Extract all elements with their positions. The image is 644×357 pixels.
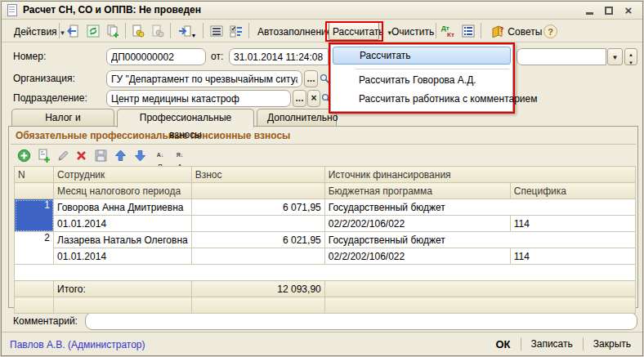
cell-row2-contribution[interactable]: 6 021,95	[191, 232, 324, 248]
comment-input[interactable]	[85, 312, 637, 330]
spinner-up-icon[interactable]: ▲	[625, 49, 637, 59]
sort-descending-button[interactable]: Я↓А	[172, 148, 187, 163]
cell-row1-contribution-sub[interactable]	[191, 216, 324, 232]
document-window: Расчет СН, СО и ОППВ: Не проведен × Дейс…	[1, 1, 643, 356]
end-edit-button[interactable]	[92, 148, 109, 163]
refresh-button[interactable]	[84, 23, 102, 40]
actions-button[interactable]: Действия▼	[8, 22, 72, 40]
department-select-button[interactable]: ...	[293, 90, 306, 107]
cell-row2-program[interactable]: 02/2/202/106/022	[324, 248, 510, 265]
header-specifics[interactable]: Специфика	[510, 183, 635, 199]
header-employee[interactable]: Сотрудник	[54, 167, 192, 183]
organization-select-button[interactable]: ...	[304, 70, 318, 87]
spinner-down-icon[interactable]: ▼	[625, 59, 637, 67]
total-empty-cell	[324, 297, 635, 314]
header-funding-source[interactable]: Источник финансирования	[324, 167, 635, 183]
menu-item-calculate[interactable]: Рассчитать	[333, 47, 511, 65]
row-move-down-button[interactable]	[132, 148, 148, 163]
organization-input[interactable]	[106, 70, 302, 87]
toolbar-separator	[436, 23, 436, 38]
copy-add-icon	[106, 25, 119, 38]
ok-button[interactable]: ОК	[492, 338, 513, 350]
row-move-up-button[interactable]	[112, 148, 128, 163]
tab-additional[interactable]: Дополнительно	[257, 109, 337, 127]
comment-label: Комментарий:	[13, 313, 78, 329]
cell-row2-employee[interactable]: Лазарева Наталья Олеговна	[54, 232, 192, 248]
cell-row1-contribution[interactable]: 6 071,95	[191, 199, 324, 216]
period-combo-input[interactable]	[517, 48, 606, 65]
row-delete-button[interactable]	[73, 148, 89, 163]
contributions-table: N Сотрудник Взнос Источник финансировани…	[14, 166, 636, 314]
calculate-button[interactable]: Рассчитать▼	[329, 22, 379, 40]
copy-button[interactable]	[104, 23, 122, 40]
number-input[interactable]	[106, 48, 206, 65]
tab-tax-and-deduction[interactable]: Налог и отчисление	[11, 109, 114, 127]
cell-row2-specifics[interactable]: 114	[510, 248, 635, 265]
period-spinner[interactable]: ▲▼	[624, 48, 637, 65]
header-n[interactable]: N	[15, 167, 54, 183]
report-button[interactable]	[459, 23, 477, 40]
row-add-button[interactable]	[16, 148, 32, 163]
cell-row2-source[interactable]: Государственный бюджет	[324, 232, 635, 248]
row-copy-button[interactable]	[35, 148, 51, 163]
maximize-button[interactable]	[602, 3, 616, 17]
table-row: 01.01.2014 02/2/202/106/022 114	[15, 216, 636, 232]
list-settings-button[interactable]	[227, 23, 245, 40]
clear-button[interactable]: Очистить	[386, 22, 440, 40]
button-separator	[521, 337, 521, 350]
minimize-button[interactable]	[582, 3, 597, 17]
total-empty-cell	[15, 297, 54, 314]
header-tax-month[interactable]: Месяц налогового периода	[54, 183, 192, 199]
date-input[interactable]	[229, 48, 329, 65]
cell-row1-employee[interactable]: Говорова Анна Дмитриевна	[54, 199, 192, 216]
copy-add-icon	[37, 149, 51, 163]
cell-row2-n[interactable]: 2	[15, 232, 54, 265]
menu-separator	[356, 69, 509, 69]
department-clear-button[interactable]: ×	[307, 90, 320, 107]
close-form-button[interactable]: Закрыть	[590, 338, 634, 350]
cell-row2-contribution-sub[interactable]	[191, 248, 324, 265]
table-row: 2 Лазарева Наталья Олеговна 6 021,95 Гос…	[15, 232, 636, 248]
cell-row1-source[interactable]: Государственный бюджет	[324, 199, 635, 216]
cell-row1-specifics[interactable]: 114	[510, 216, 635, 232]
toolbar-separator	[170, 23, 171, 38]
header-budget-program[interactable]: Бюджетная программа	[324, 183, 510, 199]
reread-document-button[interactable]	[63, 23, 81, 40]
report-icon	[462, 25, 475, 38]
list-structure-button[interactable]	[208, 23, 226, 40]
window-title: Расчет СН, СО и ОППВ: Не проведен	[23, 4, 201, 16]
cell-row1-n[interactable]: 1	[15, 199, 54, 232]
section-title: Обязательные профессиональные пенсионные…	[16, 130, 290, 141]
table-total-row	[15, 297, 636, 314]
unpost-document-button[interactable]	[149, 23, 167, 40]
period-combo-drop-button[interactable]: ▼	[607, 48, 623, 65]
cell-row1-program[interactable]: 02/2/202/106/022	[324, 216, 510, 232]
dt-kt-postings-button[interactable]: Дт Кт	[440, 23, 458, 40]
header-contribution[interactable]: Взнос	[191, 167, 324, 183]
post-document-button[interactable]	[129, 23, 147, 40]
header-contribution-sub[interactable]	[191, 183, 324, 199]
department-input[interactable]	[106, 90, 291, 107]
help-button[interactable]: ?	[541, 22, 560, 40]
go-to-button[interactable]: ▼	[175, 23, 199, 40]
menu-item-calculate-with-comment[interactable]: Рассчитать работника с комментарием	[333, 90, 511, 108]
menu-item-calculate-govorova[interactable]: Рассчитать Говорова А.Д.	[333, 71, 511, 89]
close-button[interactable]: ×	[621, 3, 636, 17]
header-n-sub[interactable]	[15, 183, 54, 199]
main-toolbar: Действия▼ ▼ Автозаполнение▼ Ра	[2, 20, 642, 42]
toolbar-separator	[481, 23, 481, 38]
empty-space	[15, 265, 636, 281]
total-label: Итого:	[54, 281, 192, 297]
menu-surface: Рассчитать Рассчитать Говорова А.Д. Расс…	[330, 44, 513, 112]
save-button[interactable]: Записать	[528, 338, 576, 350]
title-bar: Расчет СН, СО и ОППВ: Не проведен ×	[2, 2, 642, 20]
tips-button[interactable]: ? Советы	[485, 22, 548, 40]
sort-ascending-button[interactable]: А↓Я	[153, 148, 168, 163]
tab-professional-contributions[interactable]: Профессиональные взносы	[117, 109, 254, 127]
cell-row2-month[interactable]: 01.01.2014	[54, 248, 192, 265]
toolbar-separator	[59, 23, 60, 38]
cell-row1-month[interactable]: 01.01.2014	[54, 216, 192, 232]
row-edit-button[interactable]	[55, 148, 71, 163]
table-filler-row	[15, 265, 636, 281]
post-doc-coins-icon	[132, 25, 145, 38]
